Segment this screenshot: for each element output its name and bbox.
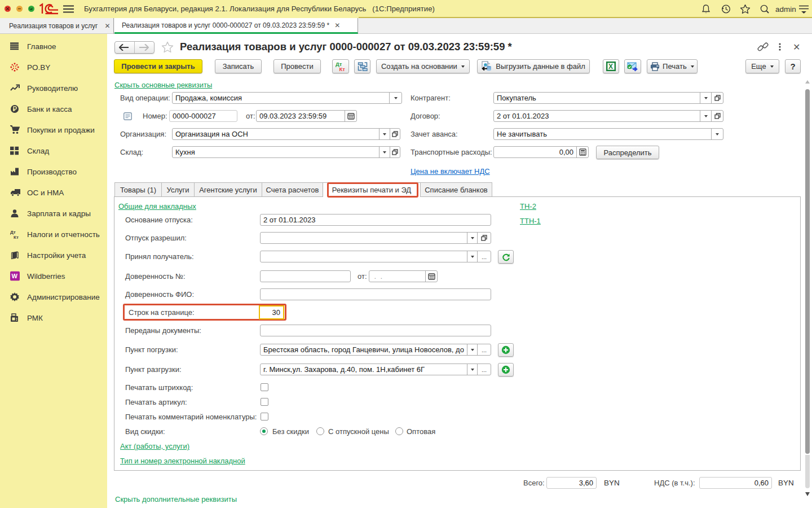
svg-text:X: X (608, 63, 613, 71)
svg-text:W: W (11, 273, 17, 279)
svg-text:Кт: Кт (14, 234, 19, 239)
svg-text:Кт: Кт (339, 66, 345, 72)
